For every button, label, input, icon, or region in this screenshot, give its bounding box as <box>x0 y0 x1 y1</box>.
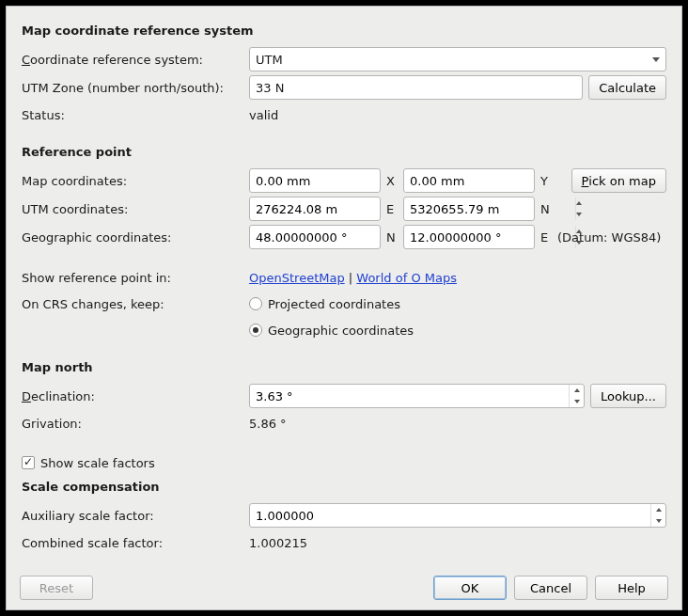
lookup-button[interactable]: Lookup... <box>590 384 666 408</box>
radio-geographic-label: Geographic coordinates <box>268 324 414 338</box>
y-suffix: Y <box>540 174 552 188</box>
crs-select[interactable]: UTM <box>249 47 666 71</box>
status-value: valid <box>249 108 278 122</box>
checkbox-icon <box>22 456 35 469</box>
dialog-window: Map coordinate reference system Coordina… <box>6 6 682 610</box>
combined-scale-label: Combined scale factor: <box>22 536 249 550</box>
radio-projected[interactable]: Projected coordinates <box>249 297 400 311</box>
radio-icon <box>249 297 262 310</box>
x-suffix: X <box>386 174 398 188</box>
crs-label: Coordinate reference system: <box>22 53 203 67</box>
show-scale-factors-label: Show scale factors <box>40 456 155 470</box>
utmcoord-label: UTM coordinates: <box>22 202 249 216</box>
spinner-arrows[interactable] <box>575 197 582 220</box>
grivation-value: 5.86 ° <box>249 417 287 431</box>
declination-input[interactable] <box>249 384 585 408</box>
showin-label: Show reference point in: <box>22 271 249 285</box>
n2-suffix: N <box>386 230 398 245</box>
crs-select-value: UTM <box>256 53 283 67</box>
mapcoord-y-input[interactable] <box>403 168 535 193</box>
mapnorth-heading: Map north <box>22 356 666 382</box>
aux-scale-input[interactable] <box>249 503 666 528</box>
utm-zone-input[interactable] <box>249 75 583 100</box>
utm-zone-label: UTM Zone (number north/south): <box>22 81 249 95</box>
reset-button[interactable]: Reset <box>20 576 93 600</box>
geocoord-label: Geographic coordinates: <box>22 230 249 245</box>
e-suffix: E <box>386 202 398 216</box>
radio-geographic[interactable]: Geographic coordinates <box>249 324 414 338</box>
mapcoord-x-input[interactable] <box>249 168 381 193</box>
radio-projected-label: Projected coordinates <box>268 297 400 311</box>
help-button[interactable]: Help <box>595 576 668 600</box>
utm-e-input[interactable] <box>249 197 381 221</box>
e2-suffix: E <box>540 230 552 245</box>
refpoint-heading: Reference point <box>22 141 666 166</box>
cancel-button[interactable]: Cancel <box>514 576 587 600</box>
mapcoord-label: Map coordinates: <box>22 174 249 188</box>
pick-on-map-button[interactable]: Pick on map <box>571 168 666 193</box>
scale-heading: Scale compensation <box>22 476 666 501</box>
geo-lat-input[interactable] <box>249 225 381 249</box>
geo-lon-input[interactable] <box>403 225 535 249</box>
calculate-button[interactable]: Calculate <box>588 75 666 100</box>
onchange-label: On CRS changes, keep: <box>22 297 249 311</box>
radio-icon <box>249 324 262 337</box>
woo-link[interactable]: World of O Maps <box>356 271 457 285</box>
utm-n-input[interactable] <box>403 197 535 221</box>
status-label: Status: <box>22 108 249 122</box>
spinner-arrows[interactable] <box>650 504 665 527</box>
n-suffix: N <box>540 202 552 216</box>
aux-scale-label: Auxiliary scale factor: <box>22 509 249 523</box>
osm-link[interactable]: OpenStreetMap <box>249 271 345 285</box>
chevron-down-icon <box>652 57 660 62</box>
show-scale-factors-checkbox[interactable]: Show scale factors <box>22 456 155 470</box>
combined-scale-value: 1.000215 <box>249 536 307 550</box>
ok-button[interactable]: OK <box>433 576 507 600</box>
crs-heading: Map coordinate reference system <box>22 20 666 45</box>
declination-label: Declination: <box>22 389 95 403</box>
grivation-label: Grivation: <box>22 417 249 431</box>
datum-text: (Datum: WGS84) <box>557 230 661 245</box>
spinner-arrows[interactable] <box>569 385 584 407</box>
